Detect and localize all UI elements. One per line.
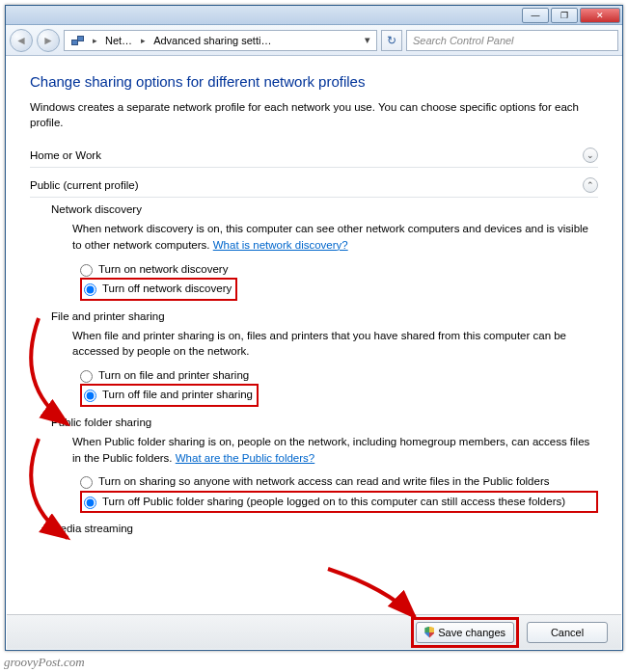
radio-input[interactable] xyxy=(84,497,96,509)
radio-label: Turn off file and printer sharing xyxy=(102,388,253,403)
annotation-highlight: Save changes xyxy=(411,617,519,648)
radio-label: Turn off network discovery xyxy=(102,282,232,297)
save-changes-button[interactable]: Save changes xyxy=(416,622,514,643)
chevron-up-icon: ⌃ xyxy=(583,177,598,193)
radio-label: Turn on network discovery xyxy=(98,262,228,278)
network-icon xyxy=(67,34,89,47)
annotation-highlight: Turn off Public folder sharing (people l… xyxy=(80,491,598,514)
subsection-description: When file and printer sharing is on, fil… xyxy=(51,328,598,360)
radio-input[interactable] xyxy=(80,370,93,383)
minimize-button[interactable]: — xyxy=(522,8,549,23)
network-discovery-section: Network discovery When network discovery… xyxy=(30,203,598,300)
content-area: Change sharing options for different net… xyxy=(7,58,621,613)
radio-input[interactable] xyxy=(84,283,96,296)
watermark: groovyPost.com xyxy=(4,655,85,670)
public-folder-sharing-section: Public folder sharing When Public folder… xyxy=(30,417,598,513)
radio-input[interactable] xyxy=(80,476,93,489)
subsection-description: When Public folder sharing is on, people… xyxy=(51,434,598,466)
radio-netdisc-off[interactable]: Turn off network discovery xyxy=(84,281,232,298)
chevron-right-icon: ▸ xyxy=(139,36,148,45)
address-bar[interactable]: ▸ Net… ▸ Advanced sharing setti… ▾ xyxy=(64,30,377,51)
radio-netdisc-on[interactable]: Turn on network discovery xyxy=(80,261,598,279)
section-public[interactable]: Public (current profile) ⌃ xyxy=(30,174,598,198)
file-printer-sharing-section: File and printer sharing When file and p… xyxy=(30,310,598,407)
chevron-right-icon: ▸ xyxy=(91,36,99,45)
subsection-title: Media streaming xyxy=(51,523,598,534)
what-are-public-folders-link[interactable]: What are the Public folders? xyxy=(176,452,314,464)
radio-label: Turn off Public folder sharing (people l… xyxy=(102,495,565,510)
refresh-icon: ↻ xyxy=(387,34,396,47)
section-home-or-work[interactable]: Home or Work ⌄ xyxy=(30,144,598,168)
breadcrumb-network[interactable]: Net… xyxy=(101,35,137,46)
maximize-button[interactable]: ❐ xyxy=(551,8,578,23)
radio-pubfolder-on[interactable]: Turn on sharing so anyone with network a… xyxy=(80,473,598,491)
subsection-title: Network discovery xyxy=(51,203,598,215)
close-button[interactable]: ✕ xyxy=(580,8,620,23)
titlebar: — ❐ ✕ xyxy=(6,6,622,25)
control-panel-window: — ❐ ✕ ◄ ► ▸ Net… ▸ Advanced sharing sett… xyxy=(5,5,623,651)
radio-pubfolder-off[interactable]: Turn off Public folder sharing (people l… xyxy=(84,494,565,511)
subsection-description: When network discovery is on, this compu… xyxy=(51,221,598,253)
back-button[interactable]: ◄ xyxy=(10,29,33,52)
section-label: Home or Work xyxy=(30,149,101,161)
chevron-down-icon: ⌄ xyxy=(583,148,598,163)
button-label: Cancel xyxy=(551,627,584,638)
radio-input[interactable] xyxy=(84,390,96,402)
page-title: Change sharing options for different net… xyxy=(30,73,598,90)
address-dropdown-icon[interactable]: ▾ xyxy=(361,34,374,46)
media-streaming-section: Media streaming xyxy=(30,523,598,534)
uac-shield-icon xyxy=(424,627,434,638)
navbar: ◄ ► ▸ Net… ▸ Advanced sharing setti… ▾ ↻… xyxy=(6,25,622,56)
refresh-button[interactable]: ↻ xyxy=(381,30,402,51)
radio-input[interactable] xyxy=(80,264,93,277)
radio-label: Turn on file and printer sharing xyxy=(98,368,249,384)
breadcrumb-advanced-sharing[interactable]: Advanced sharing setti… xyxy=(150,35,276,46)
radio-fileprint-off[interactable]: Turn off file and printer sharing xyxy=(84,387,253,404)
button-label: Save changes xyxy=(438,627,505,638)
annotation-highlight: Turn off file and printer sharing xyxy=(80,384,259,407)
annotation-highlight: Turn off network discovery xyxy=(80,278,237,301)
subsection-title: File and printer sharing xyxy=(51,310,598,322)
subsection-title: Public folder sharing xyxy=(51,417,598,428)
search-input[interactable]: Search Control Panel xyxy=(406,30,618,51)
what-is-network-discovery-link[interactable]: What is network discovery? xyxy=(213,239,348,251)
bottom-bar: Save changes Cancel xyxy=(7,614,621,649)
cancel-button[interactable]: Cancel xyxy=(527,622,608,643)
section-label: Public (current profile) xyxy=(30,179,138,191)
forward-button[interactable]: ► xyxy=(37,29,60,52)
page-description: Windows creates a separate network profi… xyxy=(30,99,598,130)
radio-label: Turn on sharing so anyone with network a… xyxy=(98,474,550,490)
radio-fileprint-on[interactable]: Turn on file and printer sharing xyxy=(80,367,598,385)
